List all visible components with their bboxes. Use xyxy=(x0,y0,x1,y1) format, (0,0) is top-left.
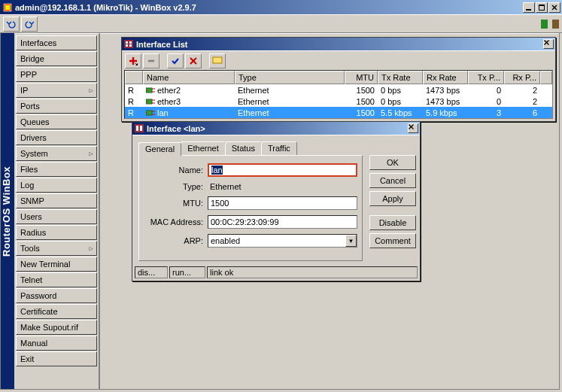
sidebar-item-system[interactable]: System▷ xyxy=(16,146,97,161)
sidebar-item-label: New Terminal xyxy=(20,260,70,269)
cancel-button[interactable]: Cancel xyxy=(369,173,416,188)
interface-list-close-button[interactable] xyxy=(543,39,554,49)
cell-rxp: 2 xyxy=(504,97,540,106)
brand-strip: RouterOS WinBox xyxy=(1,33,14,389)
sidebar-item-bridge[interactable]: Bridge xyxy=(16,51,97,66)
comment-dialog-button[interactable]: Comment xyxy=(369,233,416,248)
sidebar-item-interfaces[interactable]: Interfaces xyxy=(16,35,97,50)
interface-dialog-titlebar[interactable]: Interface <lan> xyxy=(132,122,420,135)
sidebar-item-label: Make Supout.rif xyxy=(20,323,78,332)
cell-flag: R xyxy=(125,108,143,117)
sidebar-item-exit[interactable]: Exit xyxy=(16,351,97,366)
sidebar-item-users[interactable]: Users xyxy=(16,209,97,224)
submenu-arrow-icon: ▷ xyxy=(90,150,93,157)
sidebar-item-certificate[interactable]: Certificate xyxy=(16,304,97,319)
sidebar-item-make-supout-rif[interactable]: Make Supout.rif xyxy=(16,320,97,335)
interface-list-title: Interface List xyxy=(136,40,187,49)
chevron-down-icon[interactable]: ▼ xyxy=(345,235,357,247)
cell-txrate: 0 bps xyxy=(378,97,423,106)
sidebar-item-label: Users xyxy=(20,212,42,221)
name-label: Name: xyxy=(144,166,208,175)
comment-button[interactable] xyxy=(209,53,226,68)
tab-status[interactable]: Status xyxy=(225,141,262,155)
sidebar-item-ports[interactable]: Ports xyxy=(16,99,97,114)
tab-general[interactable]: General xyxy=(138,142,181,156)
sidebar-item-snmp[interactable]: SNMP xyxy=(16,193,97,208)
sidebar-item-password[interactable]: Password xyxy=(16,288,97,303)
redo-button[interactable] xyxy=(21,17,38,32)
cell-txrate: 0 bps xyxy=(378,86,423,95)
col-type[interactable]: Type xyxy=(235,71,345,84)
minimize-button[interactable] xyxy=(523,2,535,13)
enable-button[interactable] xyxy=(167,53,184,68)
table-row[interactable]: RlanEthernet15005.5 kbps5.9 kbps36 xyxy=(125,107,552,118)
cell-flag: R xyxy=(125,86,143,95)
arp-select[interactable]: enabled ▼ xyxy=(208,234,357,248)
sidebar-item-new-terminal[interactable]: New Terminal xyxy=(16,257,97,272)
mtu-input[interactable]: 1500 xyxy=(208,196,357,210)
col-name[interactable]: Name xyxy=(143,71,235,84)
ok-button[interactable]: OK xyxy=(369,155,416,170)
remove-button[interactable] xyxy=(143,53,159,68)
add-button[interactable] xyxy=(125,53,141,68)
sidebar-item-ppp[interactable]: PPP xyxy=(16,67,97,82)
sidebar-item-ip[interactable]: IP▷ xyxy=(16,83,97,98)
col-txrate[interactable]: Tx Rate xyxy=(378,71,423,84)
cell-txp: 3 xyxy=(468,108,504,117)
sidebar-item-manual[interactable]: Manual xyxy=(16,336,97,351)
disable-button[interactable] xyxy=(185,53,202,68)
close-button[interactable] xyxy=(548,2,560,13)
undo-button[interactable] xyxy=(3,17,20,32)
interface-dialog-icon xyxy=(134,123,144,134)
grid-header: Name Type MTU Tx Rate Rx Rate Tx P... Rx… xyxy=(125,71,552,84)
cell-txrate: 5.5 kbps xyxy=(378,108,423,117)
interface-dialog-close-button[interactable] xyxy=(408,123,418,133)
main-titlebar: admin@192.168.1.1 (MikroTik) - WinBox v2… xyxy=(0,0,562,14)
sidebar-item-log[interactable]: Log xyxy=(16,178,97,193)
disable-button[interactable]: Disable xyxy=(369,215,416,230)
sidebar-item-telnet[interactable]: Telnet xyxy=(16,272,97,287)
sidebar-item-queues[interactable]: Queues xyxy=(16,114,97,129)
col-rxrate[interactable]: Rx Rate xyxy=(423,71,468,84)
mac-input[interactable]: 00:0C:29:23:09:99 xyxy=(208,215,357,229)
table-row[interactable]: Rether3Ethernet15000 bps1473 bps02 xyxy=(125,96,552,107)
col-flag[interactable] xyxy=(125,71,143,84)
cell-name: ether3 xyxy=(143,97,235,106)
sidebar-item-files[interactable]: Files xyxy=(16,162,97,177)
apply-button[interactable]: Apply xyxy=(369,191,416,206)
sidebar-item-label: Manual xyxy=(20,339,47,348)
col-mtu[interactable]: MTU xyxy=(345,71,378,84)
tab-pane-general: Name: lan Type: Ethernet MTU: 1500 MAC xyxy=(138,155,363,261)
main-toolbar xyxy=(0,14,562,33)
status-running: run... xyxy=(169,266,205,278)
table-row[interactable]: Rether2Ethernet15000 bps1473 bps02 xyxy=(125,84,552,96)
cell-mtu: 1500 xyxy=(345,86,378,95)
submenu-arrow-icon: ▷ xyxy=(90,87,93,94)
cell-txp: 0 xyxy=(468,86,504,95)
cell-type: Ethernet xyxy=(235,97,345,106)
sidebar-item-drivers[interactable]: Drivers xyxy=(16,130,97,145)
sidebar-item-label: SNMP xyxy=(20,196,44,205)
col-rxp[interactable]: Rx P... xyxy=(504,71,540,84)
maximize-button[interactable] xyxy=(536,2,548,13)
cell-type: Ethernet xyxy=(235,108,345,117)
sidebar-item-label: Bridge xyxy=(20,54,44,63)
interface-list-titlebar[interactable]: Interface List xyxy=(122,38,555,50)
type-value: Ethernet xyxy=(208,182,357,191)
sidebar-item-label: Interfaces xyxy=(20,38,56,47)
cell-mtu: 1500 xyxy=(345,108,378,117)
svg-rect-9 xyxy=(129,44,132,47)
sidebar-item-label: Exit xyxy=(20,354,34,363)
cell-name: lan xyxy=(143,108,235,117)
name-input[interactable]: lan xyxy=(208,163,357,177)
sidebar-item-radius[interactable]: Radius xyxy=(16,225,97,240)
mdi-area: Interface List xyxy=(100,33,559,389)
mtu-label: MTU: xyxy=(144,199,208,208)
sidebar-item-tools[interactable]: Tools▷ xyxy=(16,241,97,256)
col-txp[interactable]: Tx P... xyxy=(468,71,504,84)
tab-ethernet[interactable]: Ethernet xyxy=(181,141,226,155)
mac-label: MAC Address: xyxy=(144,217,208,226)
tab-traffic[interactable]: Traffic xyxy=(261,141,297,155)
sidebar: InterfacesBridgePPPIP▷PortsQueuesDrivers… xyxy=(14,33,100,389)
svg-rect-4 xyxy=(539,5,545,6)
